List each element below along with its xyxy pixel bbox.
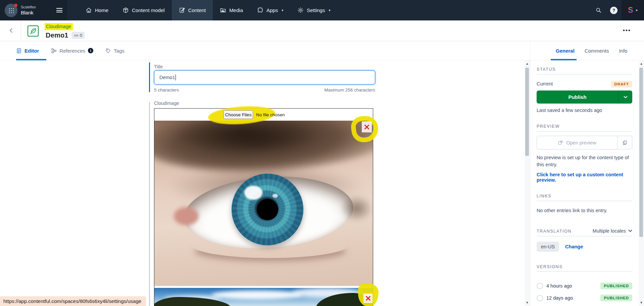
open-preview-button[interactable]: Open preview xyxy=(537,136,632,149)
tab-label: Tags xyxy=(114,48,125,54)
scroll-up-icon[interactable]: ▲ xyxy=(525,62,530,65)
tab-references[interactable]: References i xyxy=(51,48,93,54)
draft-status-badge: DRAFT xyxy=(611,81,632,87)
question-mark-icon: ? xyxy=(610,7,617,14)
remove-image-button[interactable] xyxy=(362,121,372,132)
info-icon[interactable]: i xyxy=(88,48,93,53)
grid-dots-icon xyxy=(8,8,14,13)
apps-icon xyxy=(257,7,263,13)
status-heading: STATUS xyxy=(537,67,632,74)
content-type-label: Cloudimage xyxy=(45,24,73,29)
copy-icon xyxy=(622,140,628,145)
scrollbar-thumb[interactable] xyxy=(525,68,529,156)
copy-preview-link-button[interactable] xyxy=(617,136,632,149)
settings-gear-icon xyxy=(297,7,304,13)
active-tab-underline xyxy=(16,59,46,60)
tab-editor[interactable]: Editor xyxy=(16,48,39,54)
publish-dropdown[interactable] xyxy=(618,90,632,104)
chevron-left-icon xyxy=(8,28,14,33)
tag-icon xyxy=(105,48,111,54)
links-heading: LINKS xyxy=(537,194,632,201)
nav-item-media[interactable]: Media xyxy=(213,0,250,20)
scrollbar-thumb[interactable] xyxy=(639,68,643,237)
nav-item-apps[interactable]: Apps ▾ xyxy=(250,0,290,20)
nav-item-settings[interactable]: Settings ▾ xyxy=(290,0,337,20)
content-model-icon xyxy=(122,7,129,13)
space-name[interactable]: Blank xyxy=(21,10,36,15)
links-note: No other entries link to this entry. xyxy=(537,207,632,214)
chevron-down-icon: ▾ xyxy=(636,8,638,12)
org-block: Scaleflex Blank xyxy=(0,0,67,20)
version-time: 4 hours ago xyxy=(546,283,572,289)
main-scrollbar[interactable]: ▲ ▼ xyxy=(525,60,530,306)
links-count: 0 xyxy=(80,33,82,38)
back-button[interactable] xyxy=(7,26,15,35)
tab-general[interactable]: General xyxy=(556,48,575,54)
contentful-app: Scaleflex Blank Home Content model Conte… xyxy=(0,0,644,306)
file-upload-row: Choose Files No file chosen xyxy=(154,109,373,121)
nav-item-label: Settings xyxy=(307,7,325,13)
sidebar-scrollbar[interactable]: ▲ ▼ xyxy=(639,60,644,306)
tab-comments[interactable]: Comments xyxy=(585,48,609,54)
preview-heading: PREVIEW xyxy=(537,124,632,131)
version-radio[interactable] xyxy=(537,283,543,289)
account-menu[interactable]: S ▾ xyxy=(622,0,644,20)
published-badge: PUBLISHED xyxy=(600,283,632,289)
browser-status-url: https://app.contentful.com/spaces/80fs6s… xyxy=(0,296,146,306)
links-count-badge[interactable]: 0 xyxy=(71,32,85,39)
more-actions-button[interactable]: ••• xyxy=(620,26,634,35)
references-tree-icon xyxy=(51,48,57,54)
title-input[interactable]: Demo1 xyxy=(154,70,375,84)
setup-preview-link[interactable]: Click here to set up a custom content pr… xyxy=(537,172,632,183)
entry-type-icon xyxy=(28,25,39,37)
scroll-down-icon[interactable]: ▼ xyxy=(639,301,644,304)
scroll-up-icon[interactable]: ▲ xyxy=(639,62,644,65)
title-input-value: Demo1 xyxy=(159,75,175,80)
org-name: Scaleflex xyxy=(21,5,36,9)
current-label: Current xyxy=(537,80,553,87)
notification-dot xyxy=(14,4,17,7)
nav-item-home[interactable]: Home xyxy=(79,0,115,20)
cloud-shape xyxy=(211,291,302,299)
publish-button[interactable]: Publish xyxy=(537,90,632,104)
nav-item-label: Home xyxy=(95,7,108,13)
menu-icon[interactable] xyxy=(56,8,62,12)
nav-item-content-model[interactable]: Content model xyxy=(115,0,172,20)
published-badge: PUBLISHED xyxy=(600,295,632,301)
scaleflex-logo-icon: S xyxy=(628,6,633,15)
version-row: 4 hours ago PUBLISHED xyxy=(537,283,632,289)
scroll-down-icon[interactable]: ▼ xyxy=(525,301,530,304)
nav-item-content[interactable]: Content xyxy=(172,0,213,20)
translation-heading: TRANSLATION Multiple locales xyxy=(537,228,632,236)
tab-tags[interactable]: Tags xyxy=(105,48,125,54)
locale-mode-select[interactable]: Multiple locales xyxy=(593,228,632,234)
red-x-icon xyxy=(364,124,370,130)
cloudimage-widget: Choose Files No file chosen xyxy=(154,108,373,306)
tab-info[interactable]: Info xyxy=(619,48,627,54)
content-icon xyxy=(179,7,185,13)
title-field-label: Title xyxy=(154,64,163,69)
org-avatar[interactable] xyxy=(5,4,17,17)
preview-note: No preview is set up for the content typ… xyxy=(537,154,632,168)
nav-item-label: Apps xyxy=(266,7,278,13)
locale-badge: en-US xyxy=(537,242,559,252)
choose-files-button[interactable]: Choose Files xyxy=(224,110,253,119)
yellow-highlight: Cloudimage xyxy=(45,23,73,30)
entry-sidebar: General Comments Info STATUS Current DRA… xyxy=(530,41,639,306)
eye-pupil xyxy=(257,199,278,220)
uploaded-eye-image xyxy=(154,121,373,286)
version-row: 12 days ago PUBLISHED xyxy=(537,295,632,301)
header-divider xyxy=(21,20,21,41)
search-button[interactable] xyxy=(591,0,606,20)
tab-label: References xyxy=(59,48,85,54)
open-preview-label: Open preview xyxy=(566,140,596,145)
remove-image-button-2[interactable] xyxy=(363,294,373,303)
change-locale-link[interactable]: Change xyxy=(565,244,583,249)
max-char-note: Maximum 256 characters xyxy=(0,87,375,93)
tab-label: Editor xyxy=(24,48,39,54)
field-indicator-bar xyxy=(149,102,150,306)
red-x-icon xyxy=(365,295,371,301)
nav-item-label: Content model xyxy=(132,7,165,13)
version-radio[interactable] xyxy=(537,295,543,301)
help-button[interactable]: ? xyxy=(606,0,622,20)
